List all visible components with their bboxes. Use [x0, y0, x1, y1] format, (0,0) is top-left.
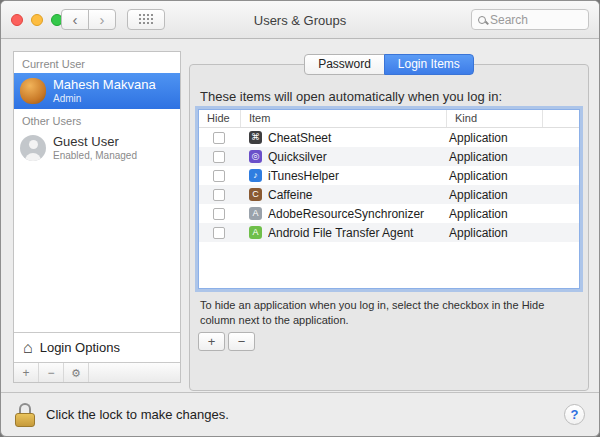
- quicksilver-app-icon: ◎: [249, 150, 262, 163]
- item-kind: Application: [449, 207, 579, 221]
- search-icon: [478, 16, 486, 24]
- users-groups-window: ‹ › Users & Groups Current User Mahesh M…: [0, 0, 600, 437]
- user-row-current[interactable]: Mahesh Makvana Admin: [14, 73, 180, 109]
- table-header: Hide Item Kind: [199, 110, 579, 128]
- footer-bar: Click the lock to make changes. ?: [1, 392, 599, 436]
- search-field[interactable]: [471, 9, 589, 30]
- item-name: Quicksilver: [268, 150, 449, 164]
- sidebar-toolbar: + − ⚙: [14, 362, 180, 382]
- item-name: AdobeResourceSynchronizer: [268, 207, 449, 221]
- itunes-helper-app-icon: ♪: [249, 169, 262, 182]
- item-name: CheatSheet: [268, 131, 449, 145]
- user-role: Admin: [53, 93, 156, 105]
- item-name: Caffeine: [268, 188, 449, 202]
- home-icon: ⌂: [23, 340, 33, 356]
- hide-checkbox[interactable]: [213, 132, 225, 144]
- lock-icon[interactable]: [15, 403, 36, 427]
- column-header-filler: [543, 110, 579, 127]
- other-users-label: Other Users: [14, 109, 180, 130]
- guest-name: Guest User: [53, 134, 137, 150]
- lock-body: [15, 413, 35, 427]
- table-row[interactable]: ◎ Quicksilver Application: [199, 147, 579, 166]
- user-name: Mahesh Makvana: [53, 77, 156, 93]
- column-header-kind[interactable]: Kind: [447, 110, 543, 127]
- item-kind: Application: [449, 131, 579, 145]
- item-kind: Application: [449, 169, 579, 183]
- titlebar: ‹ › Users & Groups: [1, 1, 599, 39]
- table-row[interactable]: A Android File Transfer Agent Applicatio…: [199, 223, 579, 242]
- table-row[interactable]: A AdobeResourceSynchronizer Application: [199, 204, 579, 223]
- column-header-hide[interactable]: Hide: [199, 110, 241, 127]
- add-user-button[interactable]: +: [14, 363, 39, 382]
- lock-text: Click the lock to make changes.: [46, 407, 229, 422]
- add-login-item-button[interactable]: +: [198, 332, 225, 351]
- table-row[interactable]: ⌘ CheatSheet Application: [199, 128, 579, 147]
- item-kind: Application: [449, 150, 579, 164]
- guest-status: Enabled, Managed: [53, 150, 137, 162]
- table-row[interactable]: ♪ iTunesHelper Application: [199, 166, 579, 185]
- table-body: ⌘ CheatSheet Application ◎ Quicksilver A…: [199, 128, 579, 242]
- item-kind: Application: [449, 188, 579, 202]
- tab-password[interactable]: Password: [304, 54, 385, 75]
- table-row[interactable]: C Caffeine Application: [199, 185, 579, 204]
- user-list-panel: Current User Mahesh Makvana Admin Other …: [13, 51, 181, 383]
- login-options-button[interactable]: ⌂ Login Options: [14, 332, 180, 362]
- adobe-sync-app-icon: A: [249, 207, 262, 220]
- guest-avatar-icon: [20, 135, 46, 161]
- item-name: Android File Transfer Agent: [268, 226, 449, 240]
- user-row-guest[interactable]: Guest User Enabled, Managed: [14, 130, 180, 166]
- help-button[interactable]: ?: [564, 404, 585, 425]
- hint-text: To hide an application when you log in, …: [200, 298, 572, 328]
- hide-checkbox[interactable]: [213, 189, 225, 201]
- current-user-label: Current User: [14, 52, 180, 73]
- tab-login-items[interactable]: Login Items: [384, 54, 474, 75]
- remove-login-item-button[interactable]: −: [228, 332, 255, 351]
- remove-user-button[interactable]: −: [39, 363, 64, 382]
- item-kind: Application: [449, 226, 579, 240]
- hide-checkbox[interactable]: [213, 151, 225, 163]
- search-input[interactable]: [490, 13, 574, 27]
- login-items-table: Hide Item Kind ⌘ CheatSheet Application …: [198, 109, 580, 289]
- user-actions-gear-button[interactable]: ⚙: [64, 363, 89, 382]
- login-items-panel: These items will open automatically when…: [189, 64, 589, 391]
- login-item-buttons: + −: [198, 332, 255, 351]
- caffeine-app-icon: C: [249, 188, 262, 201]
- hide-checkbox[interactable]: [213, 227, 225, 239]
- column-header-item[interactable]: Item: [241, 110, 447, 127]
- android-transfer-app-icon: A: [249, 226, 262, 239]
- user-avatar: [20, 78, 46, 104]
- item-name: iTunesHelper: [268, 169, 449, 183]
- hide-checkbox[interactable]: [213, 170, 225, 182]
- cheatsheet-app-icon: ⌘: [249, 131, 262, 144]
- tab-bar: Password Login Items: [189, 54, 589, 75]
- login-options-label: Login Options: [40, 340, 120, 355]
- intro-text: These items will open automatically when…: [200, 89, 502, 104]
- hide-checkbox[interactable]: [213, 208, 225, 220]
